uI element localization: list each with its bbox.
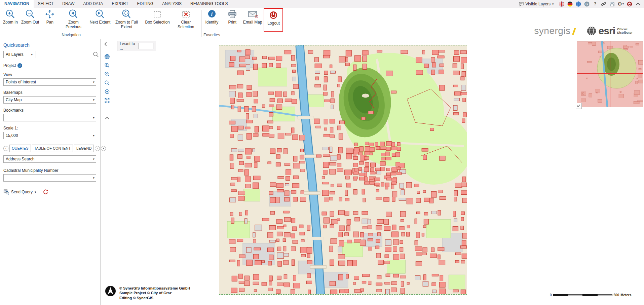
tab-add-data[interactable]: ADD DATA: [79, 0, 107, 8]
caret-down-icon: ▾: [93, 97, 94, 103]
tabstrip-scroll-left-icon[interactable]: ‹: [3, 146, 8, 151]
svg-text:i: i: [211, 11, 213, 17]
box-selection-label: Box Selection: [145, 20, 169, 25]
zoom-previous-label: Zoom Previous: [61, 20, 86, 30]
g-badge-icon[interactable]: G: [584, 1, 590, 7]
cadastral-select[interactable]: ▾: [3, 174, 96, 182]
overview-map[interactable]: [577, 41, 643, 107]
logout-power-icon: [268, 10, 279, 21]
clear-selection-button[interactable]: Clear Selection: [172, 8, 200, 31]
ribbon-separator: [142, 10, 142, 37]
zoom-in-button[interactable]: Zoom In: [1, 8, 20, 26]
view-select[interactable]: Points of Interest ▾: [3, 78, 96, 86]
email-map-button[interactable]: @ Email Map: [241, 8, 264, 26]
tabstrip-menu-icon[interactable]: ▾: [101, 146, 106, 151]
map-zoom-in-icon[interactable]: [104, 63, 110, 68]
i-want-to-label: I want to ...: [120, 41, 137, 51]
identify-button[interactable]: i Identify: [203, 8, 221, 26]
synergis-round-logo-icon: [105, 285, 116, 297]
tab-remaining-tools[interactable]: REMAINING TOOLS: [186, 0, 232, 8]
pan-icon: [44, 9, 55, 20]
layers-select[interactable]: All Layers ▾: [3, 51, 34, 58]
map-zoom-out-icon[interactable]: [104, 71, 110, 77]
cadastral-label: Cadastral Municipality Number: [3, 168, 96, 173]
send-query-icon[interactable]: [3, 189, 9, 195]
logout-highlight-box: Logout: [264, 8, 283, 32]
tab-draw[interactable]: DRAW: [58, 0, 79, 8]
ribbon-group-label: [143, 33, 200, 39]
tab-export[interactable]: EXPORT: [107, 0, 132, 8]
language-english-flag-icon[interactable]: [559, 1, 564, 7]
send-query-caret-icon[interactable]: ▾: [35, 190, 36, 194]
brand-logos: synergis esri Official Distributor: [534, 25, 633, 37]
collapse-ribbon-chevron-up-icon[interactable]: [635, 1, 641, 7]
box-selection-button[interactable]: Box Selection: [143, 8, 171, 26]
send-query-button[interactable]: Send Query: [11, 190, 33, 194]
scale-select[interactable]: 15,000 ▾: [3, 132, 96, 139]
ribbon-separator: [222, 10, 222, 37]
scale-bar-end-label: 500: [614, 293, 619, 297]
bookmarks-label: Bookmarks: [3, 108, 96, 113]
blue-globe-icon[interactable]: [576, 1, 581, 7]
i-want-to-input[interactable]: [139, 43, 153, 49]
reset-query-icon[interactable]: [43, 189, 48, 195]
svg-text:G: G: [585, 2, 588, 6]
layers-select-value: All Layers: [6, 52, 24, 57]
quicksearch-input[interactable]: [36, 51, 91, 58]
map-toolbar: [103, 54, 111, 120]
zoom-in-label: Zoom In: [3, 20, 18, 25]
power-logoff-icon[interactable]: [627, 1, 632, 7]
identify-label: Identify: [205, 20, 218, 25]
esri-logo-text: esri: [599, 25, 615, 37]
language-german-flag-icon[interactable]: [567, 1, 573, 7]
tabstrip-scroll-right-icon[interactable]: ›: [95, 146, 100, 151]
identify-icon: i: [206, 9, 217, 20]
tab-select[interactable]: SELECT: [34, 0, 58, 8]
next-extent-button[interactable]: Next Extent: [88, 8, 112, 26]
quicksearch-title: Quicksearch: [3, 42, 96, 48]
bookmark-select[interactable]: ▾: [3, 114, 96, 121]
esri-logo: esri Official Distributor: [586, 25, 633, 37]
tab-analysis[interactable]: ANALYSIS: [158, 0, 186, 8]
send-query-row: Send Query ▾: [3, 189, 96, 195]
overview-collapse-handle[interactable]: [576, 103, 582, 109]
sidebar-tab-queries[interactable]: QUERIES: [9, 145, 31, 152]
tab-editing[interactable]: EDITING: [133, 0, 158, 8]
svg-text:@: @: [255, 14, 258, 18]
scale-bar-segment: [553, 294, 568, 296]
ribbon-group-selection: Box Selection Clear Selection: [143, 8, 200, 39]
help-icon[interactable]: ?: [593, 1, 598, 7]
ribbon-group-favorites: i Identify Favorites: [203, 8, 221, 39]
tab-navigation[interactable]: NAVIGATION: [0, 0, 34, 8]
copyright-line-2: Sample Project © City of Graz: [119, 291, 190, 295]
sidebar-tab-legend[interactable]: LEGEND: [74, 145, 94, 152]
print-button[interactable]: Print: [223, 8, 241, 26]
basemap-select[interactable]: City Map ▾: [3, 96, 96, 104]
zoom-full-extent-button[interactable]: Zoom to Full Extent: [112, 8, 141, 31]
logout-button[interactable]: Logout: [264, 9, 282, 27]
link-icon[interactable]: [601, 1, 606, 7]
scale-select-value: 15,000: [6, 133, 18, 138]
map-zoom-window-icon[interactable]: [104, 80, 110, 86]
sidebar-collapse-button[interactable]: [103, 41, 109, 47]
zoom-previous-button[interactable]: Zoom Previous: [59, 8, 88, 31]
map-toolbar-collapse-chevron-up-icon[interactable]: [105, 116, 110, 120]
box-selection-icon: [152, 9, 163, 20]
map-full-extent-icon[interactable]: [104, 98, 110, 103]
sidebar-tab-table-of-content[interactable]: TABLE OF CONTENT: [32, 145, 73, 152]
map-center-target-icon[interactable]: [104, 89, 110, 94]
search-icon[interactable]: [92, 51, 99, 58]
pan-button[interactable]: Pan: [41, 8, 59, 26]
map-viewport[interactable]: [219, 45, 467, 295]
scale-bar-segment: [598, 294, 612, 296]
tabbar-right-tools: Visible Layers ▾: [517, 0, 644, 8]
visible-layers-button[interactable]: Visible Layers ▾: [517, 1, 556, 7]
query-select[interactable]: Address Search ▾: [3, 155, 96, 163]
globe-overview-icon[interactable]: [104, 54, 110, 60]
settings-gear-button[interactable]: ⚙ ▾: [618, 1, 624, 6]
project-info-icon[interactable]: i: [17, 63, 22, 68]
esri-globe-icon: [586, 26, 597, 36]
zoom-out-button[interactable]: Zoom Out: [20, 8, 41, 26]
city-map-graphic: [219, 45, 467, 294]
save-icon[interactable]: [609, 1, 615, 7]
